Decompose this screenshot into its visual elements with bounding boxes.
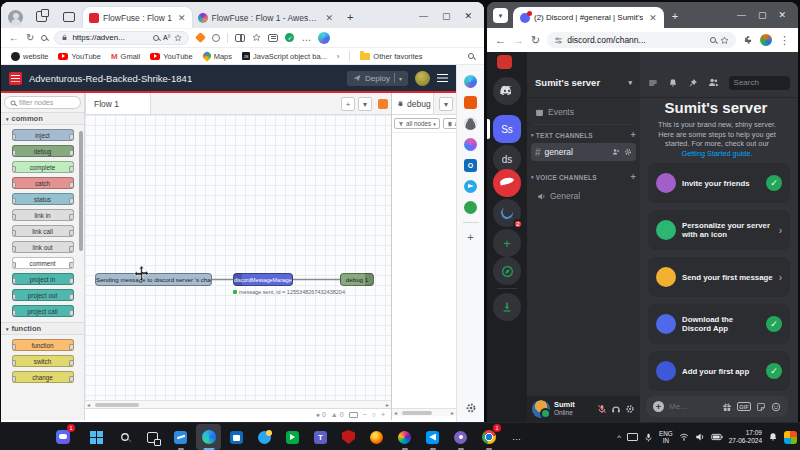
debug-tab[interactable]: debug	[392, 93, 434, 114]
deploy-options-icon[interactable]: ▾	[399, 75, 402, 82]
monitor-app-icon[interactable]	[168, 424, 193, 450]
copilot-sidebar-icon[interactable]	[464, 75, 477, 88]
microphone-tray-icon[interactable]	[644, 433, 653, 442]
new-tab-button[interactable]: +	[672, 10, 678, 22]
canvas-hscrollbar[interactable]: ◂▸	[85, 400, 391, 408]
palette-category-common[interactable]: ▾common	[1, 112, 84, 125]
search-favorites-icon[interactable]	[468, 53, 474, 59]
threads-icon[interactable]	[648, 78, 658, 88]
bookmark-gmail[interactable]: MGmail	[111, 52, 140, 61]
outlook-icon[interactable]: O	[464, 159, 477, 172]
hidden-icons-chevron[interactable]: ^	[617, 433, 621, 442]
back-button[interactable]: ←	[495, 34, 506, 46]
palette-node-complete[interactable]: complete	[12, 161, 74, 173]
extension-icon[interactable]	[212, 34, 220, 42]
close-tab-icon[interactable]: ✕	[649, 13, 657, 23]
wifi-icon[interactable]	[679, 432, 689, 442]
favorites-icon[interactable]	[252, 33, 261, 42]
explore-servers-button[interactable]	[493, 257, 521, 285]
minimap-toggle-icon[interactable]	[349, 412, 358, 418]
minimize-button[interactable]: —	[419, 11, 428, 21]
card-download-app[interactable]: Download the Discord App ✓	[648, 304, 790, 344]
attach-plus-icon[interactable]: +	[653, 401, 664, 412]
extensions-puzzle-icon[interactable]	[743, 35, 753, 45]
bookmark-js[interactable]: JSJavaScript object ba...	[242, 52, 327, 61]
mic-muted-icon[interactable]	[597, 404, 607, 414]
server-red[interactable]	[493, 169, 521, 197]
create-channel-icon[interactable]: +	[631, 130, 636, 140]
palette-node-project-call[interactable]: project call	[12, 305, 74, 317]
voice-channels-header[interactable]: ▾ VOICE CHANNELS +	[527, 172, 640, 182]
copilot-icon[interactable]	[318, 32, 330, 44]
firefox-icon[interactable]	[364, 424, 389, 450]
palette-category-function[interactable]: ▾function	[1, 322, 84, 335]
device-icon[interactable]	[627, 433, 638, 441]
card-personalize-server[interactable]: Personalize your server with an icon ›	[648, 210, 790, 250]
clock[interactable]: 17:0927-06-2024	[729, 429, 762, 445]
add-flow-button[interactable]: +	[341, 97, 355, 111]
palette-node-project-out[interactable]: project out	[12, 289, 74, 301]
zoom-icon[interactable]	[710, 37, 716, 43]
profile-tool-icon[interactable]	[464, 117, 477, 130]
minimize-button[interactable]: —	[737, 10, 746, 20]
zoom-icon[interactable]	[153, 35, 159, 41]
menu-icon[interactable]	[437, 74, 448, 76]
zoom-out-button[interactable]: −	[363, 411, 367, 418]
refresh-button[interactable]: ↻	[531, 34, 540, 47]
profile-avatar[interactable]	[760, 34, 772, 46]
search-input[interactable]: Search	[729, 76, 790, 90]
download-apps-button[interactable]	[493, 293, 521, 321]
weather-app-icon[interactable]	[252, 424, 277, 450]
palette-node-link-in[interactable]: link in	[12, 209, 74, 221]
taskbar-overflow-icon[interactable]: …	[504, 424, 529, 450]
gif-icon[interactable]: GIF	[737, 402, 751, 411]
split-screen-icon[interactable]	[235, 34, 245, 42]
add-server-button[interactable]: +	[493, 229, 521, 257]
tab-flowfuse-awesome[interactable]: FlowFuse : Flow 1 - Awesom... ✕	[192, 7, 340, 28]
palette-node-change[interactable]: change	[12, 371, 74, 383]
start-button[interactable]	[84, 424, 109, 450]
bookmarks-overflow-icon[interactable]: ›	[337, 52, 340, 61]
palette-node-status[interactable]: status	[12, 193, 74, 205]
events-item[interactable]: Events	[529, 104, 638, 120]
google-meet-icon[interactable]	[280, 424, 305, 450]
widgets-icon[interactable]	[784, 431, 797, 444]
gift-icon[interactable]	[722, 402, 732, 412]
more-menu-icon[interactable]: …	[301, 32, 311, 43]
discord-home-button[interactable]	[493, 77, 521, 105]
zoom-reset-button[interactable]: ○	[372, 411, 376, 418]
bookmark-star-icon[interactable]	[720, 36, 729, 45]
server-icon-partial[interactable]	[497, 55, 512, 69]
card-add-app[interactable]: Add your first app ✓	[648, 351, 790, 391]
discord-message-node[interactable]: discordMessageManager	[233, 273, 293, 286]
address-bar[interactable]: discord.com/chann...	[547, 32, 736, 48]
purple-app-icon[interactable]	[448, 424, 473, 450]
card-first-message[interactable]: Send your first message ›	[648, 257, 790, 297]
mcafee-icon[interactable]	[336, 424, 361, 450]
bookmark-website[interactable]: website	[11, 52, 48, 61]
palette-node-debug[interactable]: debug	[12, 145, 74, 157]
office-icon[interactable]	[392, 424, 417, 450]
server-with-mentions[interactable]: 2	[493, 199, 521, 227]
collections-icon[interactable]	[268, 34, 278, 42]
metamask-extension-icon[interactable]	[195, 32, 206, 43]
notification-icon[interactable]	[378, 99, 388, 109]
sticker-icon[interactable]	[756, 402, 766, 412]
palette-node-function[interactable]: function	[12, 339, 74, 351]
member-list-icon[interactable]	[708, 77, 719, 88]
palette-node-catch[interactable]: catch	[12, 177, 74, 189]
inject-node[interactable]: Sending message to discord server 's cha…	[95, 273, 212, 286]
invite-people-icon[interactable]	[612, 148, 620, 156]
taskbar-chat-icon[interactable]: 1	[50, 424, 75, 450]
favorite-star-icon[interactable]	[174, 34, 182, 42]
user-avatar[interactable]	[532, 400, 550, 418]
task-view-icon[interactable]	[140, 424, 165, 450]
designer-icon[interactable]	[464, 138, 477, 151]
text-channels-header[interactable]: ▾ TEXT CHANNELS +	[527, 130, 640, 140]
adblock-icon[interactable]: ✓	[285, 33, 294, 42]
getting-started-link[interactable]: Getting Started guide.	[682, 149, 753, 158]
palette-node-link-out[interactable]: link out	[12, 241, 74, 253]
plant-game-icon[interactable]	[464, 201, 477, 214]
microsoft-store-icon[interactable]	[224, 424, 249, 450]
maximize-button[interactable]: ▢	[442, 11, 451, 21]
